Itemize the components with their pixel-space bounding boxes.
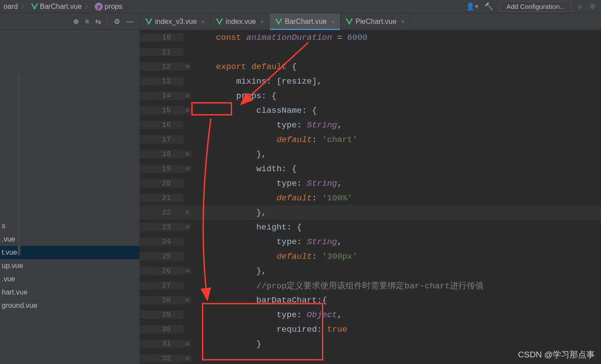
code-line[interactable]: 28⊟ barDataChart:{: [140, 293, 601, 307]
code-line[interactable]: 17 default: 'chart': [140, 132, 601, 147]
project-tree[interactable]: s.vuet.vueup.vue.vuehart.vueground.vue: [0, 30, 140, 364]
code-line[interactable]: 20 type: String,: [140, 176, 601, 191]
line-number: 12: [140, 62, 183, 71]
fold-toggle-icon[interactable]: ⊟: [183, 151, 191, 157]
vue-icon: [145, 18, 152, 25]
line-number: 21: [140, 194, 183, 202]
fold-toggle-icon[interactable]: ⊟: [183, 355, 191, 362]
vue-icon: [275, 18, 282, 25]
debug-icon[interactable]: ⬢: [589, 2, 596, 11]
editor-tab[interactable]: index_v3.vue×: [140, 13, 210, 30]
fold-toggle-icon[interactable]: ⊟: [183, 297, 191, 303]
sidebar-toolbar: ⊕ ≡ ⇆ ⚙ —: [0, 13, 140, 30]
minimize-icon[interactable]: —: [126, 18, 133, 26]
tree-item[interactable]: .vue: [0, 233, 140, 246]
vue-icon: [216, 18, 223, 25]
breadcrumb-item[interactable]: oard: [4, 3, 18, 11]
code-line[interactable]: 30 required: true: [140, 322, 601, 337]
user-icon[interactable]: 👤▾: [466, 2, 478, 11]
code-content: default: '300px': [191, 252, 357, 261]
scrollbar-thumb[interactable]: [18, 74, 20, 256]
vue-icon: [31, 3, 38, 10]
line-number: 32: [140, 354, 183, 363]
chevron-right-icon: [83, 2, 93, 11]
close-icon[interactable]: ×: [401, 18, 404, 25]
code-line[interactable]: 13 mixins: [resize],: [140, 74, 601, 88]
fold-toggle-icon[interactable]: ⊟: [183, 107, 191, 114]
editor-tab[interactable]: PieChart.vue×: [341, 13, 411, 30]
tree-item[interactable]: hart.vue: [0, 286, 140, 299]
code-line[interactable]: 10 const animationDuration = 6000: [140, 30, 601, 45]
code-line[interactable]: 19⊟ width: {: [140, 161, 601, 176]
top-breadcrumb-bar: oard BarChart.vue p props 👤▾ 🔨 Add Confi…: [0, 0, 601, 13]
tab-label: BarChart.vue: [285, 18, 326, 26]
editor-tab[interactable]: BarChart.vue×: [270, 13, 340, 30]
editor-area: index_v3.vue×index.vue×BarChart.vue×PieC…: [140, 13, 601, 364]
close-icon[interactable]: ×: [331, 18, 334, 25]
line-number: 13: [140, 77, 183, 85]
close-icon[interactable]: ×: [201, 18, 205, 25]
code-content: mixins: [resize],: [191, 77, 322, 86]
code-line[interactable]: 24 type: String,: [140, 234, 601, 249]
code-line[interactable]: 11: [140, 45, 601, 59]
collapse-icon[interactable]: ≡: [85, 18, 89, 26]
code-line[interactable]: 12⊟ export default {: [140, 59, 601, 74]
code-content: const animationDuration = 6000: [191, 33, 368, 42]
fold-toggle-icon[interactable]: ⊟: [183, 268, 191, 274]
code-content: width: {: [191, 164, 297, 174]
fold-toggle-icon[interactable]: ⊟: [183, 92, 191, 99]
code-line[interactable]: 26⊟ },: [140, 264, 601, 278]
tree-item[interactable]: up.vue: [0, 259, 140, 272]
code-content: props: {: [191, 91, 276, 101]
line-number: 20: [140, 179, 183, 188]
code-content: type: String,: [191, 120, 342, 130]
tree-item[interactable]: s: [0, 219, 140, 233]
code-line[interactable]: 15⊟ className: {: [140, 103, 601, 118]
tree-item[interactable]: ground.vue: [0, 299, 140, 312]
line-number: 24: [140, 238, 183, 246]
code-area[interactable]: 10 const animationDuration = 60001112⊟ e…: [140, 30, 601, 364]
close-icon[interactable]: ×: [260, 18, 264, 25]
code-content: type: Object,: [191, 310, 342, 320]
add-configuration-button[interactable]: Add Configuration...: [500, 1, 572, 12]
target-icon[interactable]: ⊕: [73, 17, 79, 26]
run-icon[interactable]: ▶: [578, 2, 583, 11]
breadcrumb-item[interactable]: p props: [95, 3, 122, 11]
editor-tabs: index_v3.vue×index.vue×BarChart.vue×PieC…: [140, 13, 601, 30]
gear-icon[interactable]: ⚙: [114, 17, 120, 26]
hammer-icon[interactable]: 🔨: [485, 2, 493, 11]
code-line[interactable]: 25 default: '300px': [140, 249, 601, 264]
code-line[interactable]: 29 type: Object,: [140, 307, 601, 322]
code-content: }: [191, 339, 261, 349]
tree-item[interactable]: t.vue: [0, 246, 140, 259]
fold-toggle-icon[interactable]: ⊟: [183, 224, 191, 230]
tree-item[interactable]: .vue: [0, 272, 140, 286]
code-line[interactable]: 18⊟ },: [140, 147, 601, 161]
editor-tab[interactable]: index.vue×: [210, 13, 270, 30]
code-line[interactable]: 27 //prop定义要求使用该组件时需要绑定bar-chart进行传值: [140, 278, 601, 293]
code-line[interactable]: 21 default: '100%': [140, 191, 601, 205]
expand-icon[interactable]: ⇆: [95, 17, 101, 26]
code-content: export default {: [191, 62, 297, 72]
code-line[interactable]: 16 type: String,: [140, 118, 601, 132]
code-content: default: '100%': [191, 193, 353, 203]
property-icon: p: [95, 3, 103, 11]
line-number: 14: [140, 92, 183, 100]
breadcrumb-label: props: [105, 3, 122, 11]
vue-icon: [346, 18, 353, 25]
breadcrumb-item[interactable]: BarChart.vue: [31, 3, 81, 11]
chevron-right-icon: [19, 2, 29, 11]
fold-toggle-icon[interactable]: ⊟: [183, 341, 191, 347]
line-number: 25: [140, 252, 183, 261]
code-line[interactable]: 22⊟ },: [140, 205, 601, 220]
line-number: 15: [140, 106, 183, 115]
code-line[interactable]: 23⊟ height: {: [140, 220, 601, 234]
code-content: },: [191, 266, 267, 276]
line-number: 26: [140, 267, 183, 275]
fold-toggle-icon[interactable]: ⊟: [183, 209, 191, 216]
fold-toggle-icon[interactable]: ⊟: [183, 63, 191, 70]
fold-toggle-icon[interactable]: ⊟: [183, 165, 191, 172]
line-number: 19: [140, 165, 183, 173]
code-line[interactable]: 14⊟ props: {: [140, 88, 601, 103]
code-content: },: [191, 208, 267, 218]
